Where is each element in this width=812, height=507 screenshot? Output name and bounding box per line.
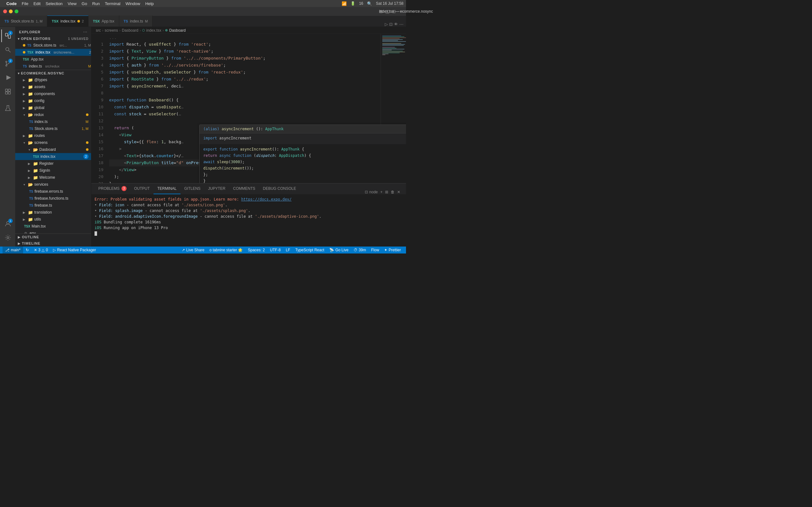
tree-item-services[interactable]: ▾ 📂 services [15, 181, 91, 188]
menu-code[interactable]: Code [6, 1, 17, 6]
explorer-icon[interactable]: 1 [1, 30, 14, 42]
close-button[interactable] [3, 9, 7, 13]
arrow-icon-3: ▶ [21, 92, 27, 96]
git-branch-item[interactable]: ⎇ main* [3, 246, 23, 253]
testing-icon[interactable] [1, 102, 14, 114]
tree-item-welcome[interactable]: ▶ 📁 Welcome [15, 174, 91, 181]
terminal-trash-icon[interactable]: 🗑 [391, 190, 395, 194]
tree-item-translation[interactable]: ▶ 📁 translation [15, 209, 91, 216]
language-label: TypeScript React [295, 248, 324, 252]
tab-stock-store[interactable]: TS Stock.store.ts 1, M [0, 15, 47, 26]
tree-item-firebase-functions[interactable]: TS firebase.functions.ts [15, 195, 91, 202]
tree-item-routes[interactable]: ▶ 📁 routes [15, 132, 91, 139]
menu-run[interactable]: Run [92, 1, 100, 6]
breadcrumb-dasboard[interactable]: Dasboard [122, 28, 138, 33]
menu-file[interactable]: File [22, 1, 29, 6]
breadcrumb-src[interactable]: src [96, 28, 101, 33]
tree-item-main[interactable]: TSX Main.tsx [15, 223, 91, 230]
more-actions-icon[interactable]: ⋯ [399, 22, 403, 26]
tree-item-assets[interactable]: ▶ 📁 assets [15, 83, 91, 90]
tree-item-env[interactable]: ⚙ .env [15, 230, 91, 233]
tree-item-utils[interactable]: ▶ 📁 utils [15, 216, 91, 223]
search-activity-icon[interactable] [1, 43, 14, 56]
run-icon[interactable]: ▷ [385, 22, 388, 26]
breadcrumb-dasboard-fn[interactable]: Dasboard [169, 28, 186, 33]
tree-item-index-tsx[interactable]: TSX index.tsx 2 [15, 153, 91, 160]
encoding-item[interactable]: UTF-8 [267, 246, 283, 253]
menu-go[interactable]: Go [82, 1, 87, 6]
menu-selection[interactable]: Selection [46, 1, 62, 6]
sync-item[interactable]: ↻ [23, 246, 32, 253]
tree-item-components[interactable]: ▶ 📁 components [15, 90, 91, 97]
terminal-content[interactable]: Error: Problem validating asset fields i… [91, 194, 406, 246]
close-panel-icon[interactable]: ✕ [397, 190, 400, 194]
flow-item[interactable]: Flow [368, 246, 382, 253]
extensions-icon[interactable] [1, 85, 14, 98]
tab-index-tsx[interactable]: TSX index.tsx 2 [47, 15, 89, 26]
tab-app-tsx[interactable]: TSX App.tsx [89, 15, 119, 26]
tab-debug-console[interactable]: DEBUG CONSOLE [259, 183, 300, 194]
timeline-header[interactable]: ▶ TIMELINE [15, 240, 91, 246]
menu-terminal[interactable]: Terminal [105, 1, 120, 6]
open-file-index-ts[interactable]: TS index.ts src/redux M [15, 63, 91, 70]
terminal-link[interactable]: https://docs.expo.dev/ [241, 197, 292, 202]
run-debug-icon[interactable] [1, 71, 14, 84]
outline-header[interactable]: ▶ OUTLINE [15, 234, 91, 240]
tree-item-config[interactable]: ▶ 📁 config [15, 97, 91, 104]
tree-item-firebase[interactable]: TS firebase.ts [15, 202, 91, 209]
spaces-item[interactable]: Spaces: 2 [246, 246, 267, 253]
add-terminal-icon[interactable]: + [380, 190, 383, 194]
tree-item-redux[interactable]: ▾ 📂 redux [15, 111, 91, 118]
minimize-button[interactable] [9, 9, 13, 13]
ts-icon-3: TS [29, 120, 33, 124]
tab-index-ts[interactable]: TS index.ts M [119, 15, 153, 26]
tab-comments[interactable]: COMMENTS [229, 183, 259, 194]
language-item[interactable]: TypeScript React [293, 246, 327, 253]
open-file-app[interactable]: TSX App.tsx [15, 56, 91, 63]
tab-output[interactable]: OUTPUT [131, 183, 154, 194]
accounts-icon[interactable]: 1 [1, 217, 14, 230]
search-icon[interactable]: 🔍 [367, 1, 372, 6]
open-file-index-tsx[interactable]: TSX index.tsx src/screens... 2 [15, 49, 91, 56]
open-editors-header[interactable]: ▾ OPEN EDITORS 1 unsaved [15, 36, 91, 42]
menu-help[interactable]: Help [145, 1, 154, 6]
terminal-split-icon[interactable]: ⊞ [385, 190, 388, 194]
open-file-stock[interactable]: TS Stock.store.ts src... 1, M [15, 42, 91, 49]
breadcrumb-screens[interactable]: screens [105, 28, 118, 33]
explorer-more[interactable]: ⋯ [83, 30, 87, 34]
tree-item-dasboard[interactable]: ▾ 📂 Dasboard [15, 146, 91, 153]
tree-item-redux-index[interactable]: TS index.ts M [15, 118, 91, 125]
file-name-12: .env [29, 231, 36, 233]
maximize-button[interactable] [14, 9, 18, 13]
menu-window[interactable]: Window [125, 1, 140, 6]
live-share-item[interactable]: ↗ Live Share [179, 246, 207, 253]
breadcrumb-index-tsx[interactable]: index.tsx [146, 28, 161, 33]
source-control-icon[interactable]: 2 [1, 57, 14, 70]
project-header[interactable]: ▾ ECOMMERCE.NOSYNC [15, 70, 91, 76]
tab-jupyter[interactable]: JUPYTER [204, 183, 229, 194]
branch-icon: ⎇ [5, 248, 9, 252]
tabnine-item[interactable]: o tabnine starter 🌟 [207, 246, 245, 253]
split-editor-icon[interactable]: ⊡ [389, 22, 393, 26]
tree-item-global[interactable]: ▶ 📁 global [15, 104, 91, 111]
menu-edit[interactable]: Edit [33, 1, 40, 6]
tree-item-atypes[interactable]: ▶ 📁 @types [15, 76, 91, 83]
tree-item-signin[interactable]: ▶ 📁 SignIn [15, 167, 91, 174]
line-ending-item[interactable]: LF [283, 246, 293, 253]
menu-view[interactable]: View [67, 1, 77, 6]
tree-item-firebase-errors[interactable]: TS firebase.errors.ts [15, 188, 91, 195]
tab-gitlens[interactable]: GITLENS [181, 183, 204, 194]
settings-icon[interactable] [1, 231, 14, 244]
folder-icon-3: 📁 [28, 92, 33, 96]
tab-problems[interactable]: PROBLEMS 3 [95, 183, 131, 194]
errors-item[interactable]: ✕ 3 △ 0 [32, 246, 50, 253]
tree-item-stock-store[interactable]: TS Stock.store.ts 1, M [15, 125, 91, 132]
prettier-item[interactable]: ✦ Prettier [382, 246, 403, 253]
tree-item-screens[interactable]: ▾ 📂 screens [15, 139, 91, 146]
packager-item[interactable]: ▷ React Native Packager [50, 246, 99, 253]
time-item[interactable]: ⏱ 39m [351, 246, 368, 253]
tree-item-register[interactable]: ▶ 📁 Register [15, 160, 91, 167]
go-live-item[interactable]: 📡 Go Live [327, 246, 351, 253]
view-icon[interactable]: 👁 [394, 22, 398, 26]
tab-terminal[interactable]: TERMINAL [154, 183, 181, 194]
